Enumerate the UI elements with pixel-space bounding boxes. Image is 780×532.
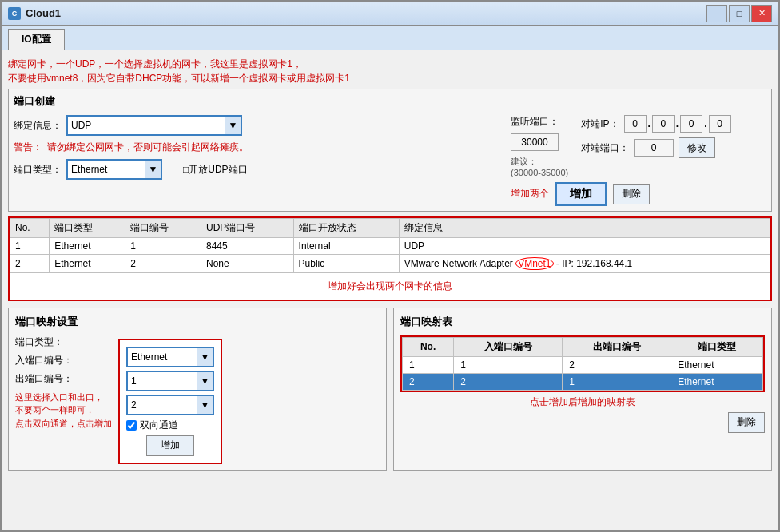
mapping-type-arrow[interactable]: ▼ bbox=[197, 348, 213, 366]
add-button[interactable]: 增加 bbox=[555, 182, 607, 206]
mapping-table-annotation: 点击增加后增加的映射表 bbox=[400, 395, 765, 409]
mapping-delete-button[interactable]: 删除 bbox=[728, 412, 765, 433]
mapping-annotation: 这里选择入口和出口， 不要两个一样即可， 点击双向通道，点击增加 bbox=[15, 391, 112, 431]
mapping-type-input[interactable]: Ethernet bbox=[128, 351, 197, 363]
col-udp: UDP端口号 bbox=[201, 218, 293, 237]
port-type-input[interactable]: Ethernet bbox=[68, 164, 145, 175]
remote-ip-label: 对端IP： bbox=[581, 117, 619, 131]
listen-port-input[interactable]: 30000 bbox=[511, 133, 559, 151]
table-annotation: 增加好会出现两个网卡的信息 bbox=[10, 273, 770, 300]
remote-ip-part4[interactable] bbox=[709, 115, 731, 133]
col-status: 端口开放状态 bbox=[293, 218, 399, 237]
mapping-form: Ethernet ▼ 1 ▼ 2 bbox=[118, 339, 222, 464]
modify-button[interactable]: 修改 bbox=[679, 137, 715, 158]
remote-ip-inputs: . . . bbox=[624, 115, 731, 133]
mcell-out: 2 bbox=[563, 356, 671, 373]
add-delete-row: 增加两个 增加 删除 bbox=[511, 182, 766, 206]
mapping-out-label: 出端口编号： bbox=[15, 373, 73, 384]
port-creation-title: 端口创建 bbox=[14, 94, 766, 109]
vmnet-circle: VMnet1 bbox=[515, 257, 553, 270]
mapping-in-combo[interactable]: 1 ▼ bbox=[126, 371, 214, 391]
mapping-table-row[interactable]: 1 1 2 Ethernet bbox=[403, 356, 763, 373]
col-no: No. bbox=[10, 218, 50, 237]
window-title: Cloud1 bbox=[26, 7, 706, 19]
remote-ip-part1[interactable] bbox=[624, 115, 647, 133]
right-panel: 监听端口： 30000 建议：(30000-35000) 对端IP： bbox=[511, 115, 766, 206]
mcol-out: 出端口编号 bbox=[563, 337, 671, 356]
mapping-type-combo[interactable]: Ethernet ▼ bbox=[126, 347, 214, 367]
warning-text: 请勿绑定公网网卡，否则可能会引起网络瘫痪。 bbox=[47, 141, 249, 154]
ip-dot-3: . bbox=[704, 118, 706, 129]
mapping-table-title: 端口映射表 bbox=[400, 315, 765, 329]
remote-ip-part3[interactable] bbox=[680, 115, 702, 133]
content-area: 绑定网卡，一个UDP，一个选择虚拟机的网卡，我这里是虚拟网卡1， 不要使用vmn… bbox=[2, 50, 778, 530]
cell-no: 1 bbox=[10, 237, 50, 254]
bidirectional-checkbox[interactable] bbox=[126, 420, 137, 431]
cell-binding: VMware Network Adapter VMnet1 - IP: 192.… bbox=[399, 254, 770, 272]
mcol-type: 端口类型 bbox=[671, 337, 763, 356]
mapping-in-input[interactable]: 1 bbox=[128, 375, 197, 387]
mapping-type-label: 端口类型： bbox=[15, 336, 63, 347]
remote-port-input[interactable]: 0 bbox=[634, 139, 674, 157]
table-header-row: No. 端口类型 端口编号 UDP端口号 端口开放状态 绑定信息 bbox=[10, 218, 770, 237]
port-mapping-settings: 端口映射设置 端口类型： 入端口编号： 出端口编号： 这里选择入口 bbox=[8, 308, 387, 471]
minimize-button[interactable]: − bbox=[706, 5, 727, 22]
listen-port-label: 监听端口： bbox=[511, 115, 559, 129]
binding-dropdown-arrow[interactable]: ▼ bbox=[225, 117, 241, 134]
binding-input[interactable]: UDP bbox=[68, 120, 225, 131]
mapping-out-row: 2 ▼ bbox=[126, 395, 214, 415]
ip-dot-2: . bbox=[676, 118, 679, 129]
col-type: 端口类型 bbox=[50, 218, 125, 237]
close-button[interactable]: ✕ bbox=[751, 5, 772, 22]
mapping-out-input[interactable]: 2 bbox=[128, 399, 197, 411]
bidirectional-label: 双向通道 bbox=[140, 419, 178, 432]
top-annotation: 绑定网卡，一个UDP，一个选择虚拟机的网卡，我这里是虚拟网卡1， 不要使用vmn… bbox=[8, 57, 772, 85]
bidirectional-row: 双向通道 bbox=[126, 419, 214, 432]
window-controls: − □ ✕ bbox=[706, 5, 772, 22]
port-type-label: 端口类型： bbox=[14, 163, 62, 177]
port-type-combobox[interactable]: Ethernet ▼ bbox=[66, 159, 162, 180]
mapping-table-row-selected[interactable]: 2 2 1 Ethernet bbox=[403, 373, 763, 390]
binding-combobox[interactable]: UDP ▼ bbox=[66, 115, 242, 136]
cell-status: Public bbox=[293, 254, 399, 272]
remote-ip-part2[interactable] bbox=[652, 115, 675, 133]
cell-binding: UDP bbox=[399, 237, 770, 254]
table-row[interactable]: 2 Ethernet 2 None Public VMware Network … bbox=[10, 254, 770, 272]
mapping-add-button[interactable]: 增加 bbox=[146, 435, 194, 456]
mcol-in: 入端口编号 bbox=[454, 337, 563, 356]
port-type-row: 端口类型： Ethernet ▼ □开放UDP端口 bbox=[14, 159, 501, 180]
delete-button[interactable]: 删除 bbox=[613, 184, 650, 204]
mapping-in-arrow[interactable]: ▼ bbox=[197, 372, 213, 390]
cell-status: Internal bbox=[293, 237, 399, 254]
table-row[interactable]: 1 Ethernet 1 8445 Internal UDP bbox=[10, 237, 770, 254]
add-annotation: 增加两个 bbox=[511, 187, 549, 200]
mapping-out-combo[interactable]: 2 ▼ bbox=[126, 395, 214, 415]
bottom-section: 端口映射设置 端口类型： 入端口编号： 出端口编号： 这里选择入口 bbox=[8, 308, 772, 471]
warning-label: 警告： bbox=[14, 141, 42, 154]
mcell-in: 1 bbox=[454, 356, 563, 373]
cell-udp: 8445 bbox=[201, 237, 293, 254]
listen-port-group: 监听端口： 30000 建议：(30000-35000) bbox=[511, 115, 568, 179]
app-icon: C bbox=[8, 7, 21, 20]
mapping-in-row: 1 ▼ bbox=[126, 371, 214, 391]
maximize-button[interactable]: □ bbox=[729, 5, 750, 22]
cell-num: 2 bbox=[125, 254, 201, 272]
tab-io-config[interactable]: IO配置 bbox=[8, 29, 65, 50]
ip-dot-1: . bbox=[648, 118, 651, 129]
mapping-labels: 端口类型： 入端口编号： 出端口编号： 这里选择入口和出口， 不要两个一样即可，… bbox=[15, 335, 112, 464]
cell-type: Ethernet bbox=[50, 254, 125, 272]
cell-type: Ethernet bbox=[50, 237, 125, 254]
cell-no: 2 bbox=[10, 254, 50, 272]
binding-row: 绑定信息： UDP ▼ bbox=[14, 115, 501, 136]
mapping-in-label: 入端口编号： bbox=[15, 355, 73, 366]
remote-port-label: 对端端口： bbox=[581, 141, 629, 155]
listen-note: 建议：(30000-35000) bbox=[511, 156, 568, 179]
mcell-no: 2 bbox=[403, 373, 454, 390]
main-window: C Cloud1 − □ ✕ IO配置 绑定网卡，一个UDP，一个选择虚拟机的网… bbox=[0, 0, 780, 532]
cell-udp: None bbox=[201, 254, 293, 272]
remote-ip-group: 对端IP： . . . bbox=[581, 115, 730, 179]
port-type-dropdown-arrow[interactable]: ▼ bbox=[145, 161, 161, 178]
mapping-out-arrow[interactable]: ▼ bbox=[197, 396, 213, 414]
mcol-no: No. bbox=[403, 337, 454, 356]
binding-label: 绑定信息： bbox=[14, 119, 62, 133]
